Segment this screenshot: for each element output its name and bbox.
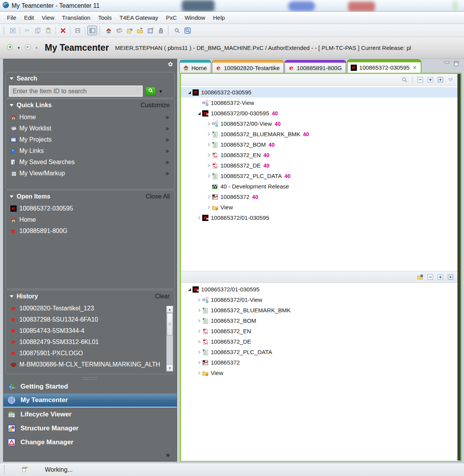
search-button[interactable] — [172, 26, 182, 35]
nav-lifecycle-viewer[interactable]: Lifecycle Viewer — [3, 408, 177, 421]
tree-row[interactable]: 100865372/01-View — [181, 295, 461, 305]
back-history-caret-icon[interactable]: ▼ — [17, 46, 20, 50]
menu-view[interactable]: View — [38, 12, 58, 23]
list-item[interactable]: My Saved Searches» — [6, 156, 174, 168]
more-applications-chevron[interactable]: » — [166, 451, 170, 459]
sash-resize-handle[interactable]: .................... — [3, 375, 177, 379]
scrollbar-thumb[interactable]: ☰ — [167, 313, 173, 336]
menu-t4ea-gateway[interactable]: T4EA Gateway — [116, 12, 162, 23]
expander-closed-icon[interactable] — [196, 329, 202, 333]
tree-row[interactable]: 100865372_PLC_DATA40 — [181, 171, 461, 181]
expander-closed-icon[interactable] — [196, 361, 202, 365]
expander-closed-icon[interactable] — [206, 205, 212, 209]
open-chevron-icon[interactable]: » — [165, 147, 169, 154]
expander-closed-icon[interactable] — [196, 319, 202, 323]
list-item[interactable]: e100837298-5SU1324-6FA10 — [6, 314, 166, 325]
delete-button[interactable] — [58, 26, 68, 35]
expander-closed-icon[interactable] — [196, 350, 202, 354]
minimize-view-button[interactable] — [444, 61, 450, 67]
open-in-new-button[interactable] — [416, 273, 424, 281]
list-item[interactable]: e100854743-5SM3344-4 — [6, 325, 166, 336]
maximize-view-button[interactable] — [453, 61, 459, 67]
tree-row[interactable]: 100865372_EN — [181, 326, 461, 336]
open-chevron-icon[interactable]: » — [165, 125, 169, 132]
expander-closed-icon[interactable] — [206, 174, 212, 178]
expander-closed-icon[interactable] — [206, 143, 212, 147]
menu-translation[interactable]: Translation — [58, 12, 94, 23]
list-item[interactable]: Home» — [6, 111, 174, 123]
open-chevron-icon[interactable]: » — [165, 114, 169, 121]
expander-closed-icon[interactable] — [206, 122, 212, 126]
tree-row[interactable]: 40 - Development Release — [181, 181, 461, 192]
worklist-button[interactable] — [114, 26, 124, 35]
expander-open-icon[interactable] — [186, 288, 192, 291]
tab-100865372-030595[interactable]: e100865372-030595✕ — [347, 59, 421, 73]
open-folder-button[interactable] — [135, 26, 145, 35]
tree-row[interactable]: 100865372/00-View40 — [181, 118, 461, 129]
tree-row[interactable]: eR100865372/00-03059540 — [181, 108, 461, 118]
cut-button[interactable]: ✂ — [22, 26, 32, 35]
menu-edit[interactable]: Edit — [20, 12, 38, 23]
close-all-link[interactable]: Close All — [146, 193, 170, 200]
expander-closed-icon[interactable] — [196, 216, 202, 220]
box-minus-button[interactable] — [426, 273, 434, 281]
save-button[interactable] — [73, 26, 82, 35]
search-options-caret-icon[interactable]: ▼ — [159, 89, 163, 94]
expander-closed-icon[interactable] — [206, 164, 212, 168]
tree-row[interactable]: 100865372_BOM40 — [181, 139, 461, 150]
collapse-triangle-icon[interactable] — [10, 295, 14, 298]
menu-pxc[interactable]: PxC — [162, 12, 181, 23]
box-plus-all-button[interactable] — [447, 273, 454, 281]
search-input[interactable] — [9, 86, 143, 97]
tab-close-icon[interactable]: ✕ — [413, 65, 417, 70]
list-item[interactable]: My Links» — [6, 145, 174, 156]
list-item[interactable]: e100882479-5SM3312-6KL01 — [6, 336, 166, 348]
nav-getting-started[interactable]: Getting Started — [3, 380, 177, 394]
properties-button[interactable] — [145, 26, 155, 35]
expander-closed-icon[interactable] — [206, 153, 212, 157]
tree-row[interactable]: 100865372_EN40 — [181, 150, 461, 160]
customize-link[interactable]: Customize — [140, 102, 170, 109]
menu-window[interactable]: Window — [181, 12, 209, 23]
box-minus-button[interactable] — [416, 76, 424, 84]
list-item[interactable]: M-BM030686-M-CLX_TERMINALMARKING_ALTH — [6, 359, 166, 370]
tree-row[interactable]: 100865372_PLC_DATA — [181, 347, 461, 357]
open-chevron-icon[interactable]: » — [165, 136, 169, 143]
toggle-layout-button[interactable] — [87, 26, 97, 35]
nav-my-teamcenter[interactable]: My Teamcenter — [3, 394, 177, 408]
clear-history-link[interactable]: Clear — [155, 293, 170, 300]
tree-row[interactable]: 100865372_DE40 — [181, 160, 461, 171]
tab-100885891-800g[interactable]: e100885891-800G — [285, 60, 346, 73]
list-item[interactable]: e100885891-800G — [6, 225, 174, 236]
advanced-search-button[interactable] — [183, 26, 192, 35]
expander-closed-icon[interactable] — [206, 195, 212, 199]
expander-closed-icon[interactable] — [196, 340, 202, 344]
paste-button[interactable] — [43, 26, 53, 35]
search-mag-button[interactable] — [401, 76, 408, 84]
box-plus-all-button[interactable] — [437, 76, 444, 84]
tree-row[interactable]: eR100865372/01-030595 — [181, 212, 461, 223]
expander-open-icon[interactable] — [186, 91, 192, 94]
list-item[interactable]: e100865372-030595 — [6, 203, 174, 214]
menu-file[interactable]: File — [3, 12, 20, 23]
collapse-triangle-icon[interactable] — [10, 77, 14, 80]
home-button[interactable] — [104, 26, 113, 35]
tree-row[interactable]: 100865372-View — [181, 98, 461, 108]
collapse-triangle-icon[interactable] — [10, 104, 14, 106]
scroll-up-button[interactable]: ▲ — [167, 306, 173, 313]
list-item[interactable]: My Projects» — [6, 134, 174, 145]
nav-change-manager[interactable]: Change Manager — [3, 435, 177, 449]
expander-closed-icon[interactable] — [196, 298, 202, 302]
open-chevron-icon[interactable]: » — [165, 159, 169, 166]
tree-row[interactable]: 100865372_BOM — [181, 315, 461, 326]
select-all-button[interactable] — [8, 26, 17, 35]
list-item[interactable]: e100902820-Testartikel_123 — [6, 303, 166, 314]
copy-button[interactable] — [33, 26, 43, 35]
list-item[interactable]: e100875901-PXCLOGO — [6, 348, 166, 359]
tab-100902820-testartike[interactable]: e100902820-Testartike — [212, 60, 284, 73]
collapse-triangle-icon[interactable] — [10, 195, 14, 198]
back-button[interactable] — [5, 43, 15, 53]
menu-tools[interactable]: Tools — [94, 12, 116, 23]
forward-button[interactable] — [23, 43, 32, 53]
send-to-button[interactable] — [125, 26, 134, 35]
